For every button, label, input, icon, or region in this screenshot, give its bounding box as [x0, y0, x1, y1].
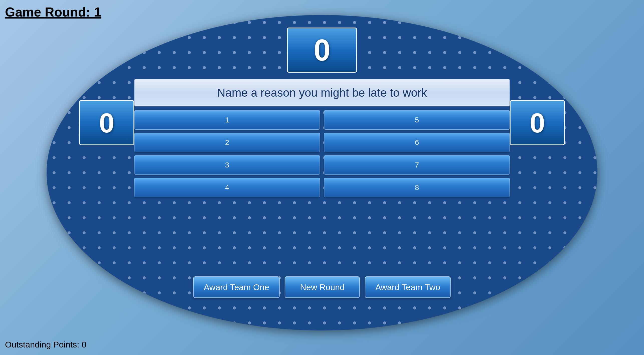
game-board: 0 0 0 Name a reason you might be late to… — [47, 15, 597, 330]
answer-number-4: 4 — [225, 183, 229, 192]
buttons-row: Award Team One New Round Award Team Two — [193, 276, 451, 298]
score-top-value: 0 — [314, 33, 331, 67]
answer-number-1: 1 — [225, 116, 229, 124]
new-round-button[interactable]: New Round — [285, 276, 360, 298]
answer-cell-2[interactable]: 2 — [134, 133, 320, 152]
answer-cell-6[interactable]: 6 — [324, 133, 510, 152]
answer-cell-8[interactable]: 8 — [324, 178, 510, 197]
answer-number-7: 7 — [415, 161, 419, 169]
answer-number-8: 8 — [415, 183, 419, 192]
answer-cell-4[interactable]: 4 — [134, 178, 320, 197]
award-team-one-button[interactable]: Award Team One — [193, 276, 280, 298]
answer-cell-7[interactable]: 7 — [324, 155, 510, 175]
score-right-value: 0 — [530, 107, 545, 139]
award-team-two-button[interactable]: Award Team Two — [365, 276, 451, 298]
score-left-value: 0 — [99, 107, 114, 139]
score-top-display: 0 — [287, 28, 357, 73]
score-left-display: 0 — [79, 100, 134, 145]
answer-number-3: 3 — [225, 161, 229, 169]
ellipse-inner: 0 0 0 Name a reason you might be late to… — [47, 15, 597, 330]
answer-number-6: 6 — [415, 138, 419, 147]
answer-cell-1[interactable]: 1 — [134, 110, 320, 130]
answer-cell-3[interactable]: 3 — [134, 155, 320, 175]
question-text: Name a reason you might be late to work — [217, 86, 427, 99]
answer-grid: 1 5 2 6 3 7 4 8 — [134, 110, 510, 197]
score-right-display: 0 — [510, 100, 565, 145]
question-banner: Name a reason you might be late to work — [134, 79, 510, 106]
answer-cell-5[interactable]: 5 — [324, 110, 510, 130]
outstanding-points: Outstanding Points: 0 — [5, 340, 86, 349]
answer-number-2: 2 — [225, 138, 229, 147]
answer-number-5: 5 — [415, 116, 419, 124]
